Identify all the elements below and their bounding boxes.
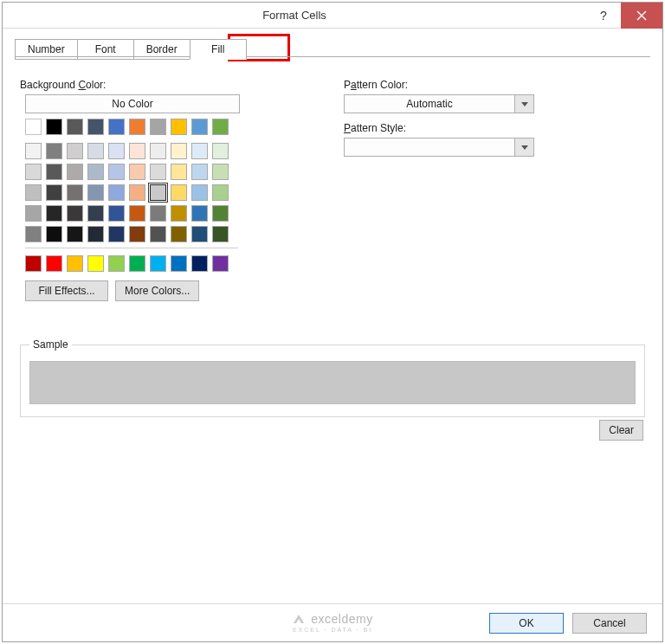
pattern-color-combo[interactable]: Automatic bbox=[344, 94, 534, 113]
standard-color-row bbox=[25, 255, 238, 272]
color-swatch[interactable] bbox=[108, 143, 125, 159]
color-swatch[interactable] bbox=[212, 119, 229, 135]
clear-button[interactable]: Clear bbox=[599, 420, 643, 441]
sample-group: Sample bbox=[20, 345, 645, 417]
color-swatch[interactable] bbox=[67, 143, 83, 159]
tab-divider bbox=[15, 56, 650, 57]
help-button[interactable]: ? bbox=[586, 3, 621, 29]
pattern-style-combo[interactable] bbox=[344, 138, 534, 157]
close-icon bbox=[636, 10, 647, 21]
chevron-down-icon bbox=[514, 138, 533, 156]
cancel-button[interactable]: Cancel bbox=[572, 613, 647, 634]
color-swatch[interactable] bbox=[108, 205, 125, 222]
color-swatch[interactable] bbox=[67, 226, 83, 242]
color-swatch[interactable] bbox=[150, 143, 166, 159]
color-swatch[interactable] bbox=[150, 164, 166, 180]
color-swatch[interactable] bbox=[67, 205, 83, 222]
fill-effects-button[interactable]: Fill Effects... bbox=[25, 280, 108, 301]
color-swatch[interactable] bbox=[25, 184, 42, 201]
color-swatch[interactable] bbox=[87, 143, 104, 159]
pattern-style-label: Pattern Style: bbox=[344, 122, 645, 134]
color-swatch[interactable] bbox=[67, 164, 83, 180]
color-swatch[interactable] bbox=[212, 164, 229, 180]
color-swatch[interactable] bbox=[87, 226, 104, 242]
color-swatch[interactable] bbox=[150, 205, 166, 222]
color-swatch[interactable] bbox=[87, 119, 104, 135]
pattern-color-label: Pattern Color: bbox=[344, 79, 645, 91]
pattern-color-value: Automatic bbox=[345, 98, 514, 110]
fill-tab-content: Background Color: No Color Fill Effects.… bbox=[3, 60, 662, 443]
color-swatch[interactable] bbox=[87, 184, 104, 201]
color-swatch[interactable] bbox=[25, 119, 42, 135]
color-swatch[interactable] bbox=[129, 119, 145, 135]
color-swatch[interactable] bbox=[46, 226, 62, 242]
color-swatch[interactable] bbox=[171, 226, 187, 242]
color-swatch[interactable] bbox=[150, 255, 166, 272]
color-swatch[interactable] bbox=[191, 164, 208, 180]
color-swatch[interactable] bbox=[212, 184, 229, 201]
no-color-button[interactable]: No Color bbox=[25, 94, 240, 113]
color-swatch[interactable] bbox=[191, 143, 208, 159]
color-swatch[interactable] bbox=[171, 184, 187, 201]
color-swatch[interactable] bbox=[46, 164, 62, 180]
color-swatch[interactable] bbox=[171, 205, 187, 222]
color-swatch[interactable] bbox=[212, 143, 229, 159]
color-swatch[interactable] bbox=[87, 164, 104, 180]
color-swatch[interactable] bbox=[171, 164, 187, 180]
palette-divider bbox=[25, 248, 238, 248]
color-swatch[interactable] bbox=[67, 119, 83, 135]
color-swatch[interactable] bbox=[108, 164, 125, 180]
color-swatch[interactable] bbox=[25, 255, 42, 272]
color-swatch[interactable] bbox=[108, 119, 125, 135]
color-swatch[interactable] bbox=[150, 226, 166, 242]
color-swatch[interactable] bbox=[67, 184, 83, 201]
color-swatch[interactable] bbox=[191, 205, 208, 222]
color-swatch[interactable] bbox=[46, 255, 62, 272]
color-swatch[interactable] bbox=[46, 184, 62, 201]
color-swatch[interactable] bbox=[129, 226, 145, 242]
logo-icon bbox=[292, 613, 306, 627]
color-swatch[interactable] bbox=[129, 164, 145, 180]
tab-fill[interactable]: Fill bbox=[190, 39, 247, 60]
close-button[interactable] bbox=[621, 3, 662, 29]
color-swatch[interactable] bbox=[129, 143, 145, 159]
color-swatch[interactable] bbox=[87, 205, 104, 222]
dialog-title: Format Cells bbox=[3, 9, 586, 22]
color-swatch[interactable] bbox=[25, 164, 42, 180]
color-swatch[interactable] bbox=[25, 205, 42, 222]
color-swatch[interactable] bbox=[67, 255, 83, 272]
svg-marker-2 bbox=[294, 615, 304, 623]
color-swatch[interactable] bbox=[171, 143, 187, 159]
color-swatch[interactable] bbox=[129, 184, 145, 201]
sample-label: Sample bbox=[29, 338, 72, 351]
color-swatch[interactable] bbox=[191, 255, 208, 272]
color-swatch[interactable] bbox=[171, 119, 187, 135]
chevron-down-icon bbox=[514, 95, 533, 113]
color-swatch[interactable] bbox=[46, 119, 62, 135]
more-colors-button[interactable]: More Colors... bbox=[115, 280, 199, 301]
color-swatch[interactable] bbox=[212, 255, 229, 272]
color-swatch[interactable] bbox=[150, 184, 166, 201]
color-swatch[interactable] bbox=[25, 226, 42, 242]
tab-row: Number Font Border Fill bbox=[3, 29, 662, 60]
ok-button[interactable]: OK bbox=[489, 613, 564, 634]
color-swatch[interactable] bbox=[191, 226, 208, 242]
format-cells-dialog: Format Cells ? Number Font Border Fill B… bbox=[2, 2, 663, 642]
color-swatch[interactable] bbox=[25, 143, 42, 159]
shade-color-grid bbox=[25, 143, 238, 242]
color-swatch[interactable] bbox=[171, 255, 187, 272]
color-swatch[interactable] bbox=[191, 184, 208, 201]
theme-color-row bbox=[25, 119, 238, 135]
color-swatch[interactable] bbox=[108, 226, 125, 242]
color-swatch[interactable] bbox=[212, 205, 229, 222]
color-swatch[interactable] bbox=[108, 255, 125, 272]
color-swatch[interactable] bbox=[191, 119, 208, 135]
color-swatch[interactable] bbox=[150, 119, 166, 135]
color-swatch[interactable] bbox=[212, 226, 229, 242]
color-swatch[interactable] bbox=[129, 205, 145, 222]
color-swatch[interactable] bbox=[108, 184, 125, 201]
color-swatch[interactable] bbox=[129, 255, 145, 272]
color-swatch[interactable] bbox=[87, 255, 104, 272]
color-swatch[interactable] bbox=[46, 143, 62, 159]
color-swatch[interactable] bbox=[46, 205, 62, 222]
